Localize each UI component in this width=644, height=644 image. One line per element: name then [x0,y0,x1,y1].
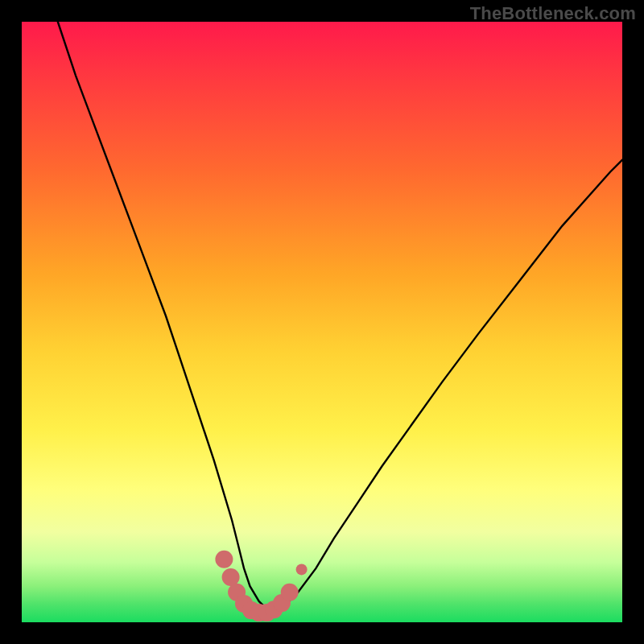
trough-marker [281,584,299,601]
plot-area [22,22,622,622]
chart-svg [22,22,622,622]
trough-marker [296,564,308,575]
bottleneck-curve [58,22,622,610]
watermark-text: TheBottleneck.com [470,3,636,24]
trough-marker [222,568,240,586]
chart-frame: TheBottleneck.com [0,0,644,644]
trough-marker [215,551,233,568]
trough-markers [215,551,307,621]
